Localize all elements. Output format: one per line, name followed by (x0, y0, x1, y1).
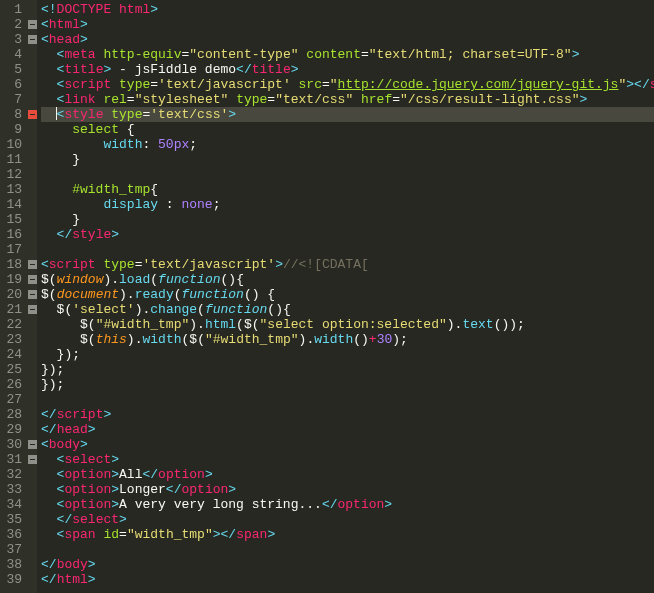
code-line[interactable]: <select> (41, 452, 654, 467)
line-number: 4 (4, 47, 22, 62)
code-line[interactable] (41, 167, 654, 182)
line-number: 17 (4, 242, 22, 257)
code-line[interactable]: </head> (41, 422, 654, 437)
code-line[interactable]: <script type='text/javascript' src="http… (41, 77, 654, 92)
line-number: 23 (4, 332, 22, 347)
line-number: 20 (4, 287, 22, 302)
line-number: 24 (4, 347, 22, 362)
code-line[interactable]: <option>A very very long string...</opti… (41, 497, 654, 512)
line-number: 33 (4, 482, 22, 497)
line-number: 1 (4, 2, 22, 17)
line-number-gutter: 1 2 3 4 5 6 7 8 9 10 11 12 13 14 15 16 1… (0, 0, 28, 593)
code-line[interactable]: $("#width_tmp").html($("select option:se… (41, 317, 654, 332)
code-line[interactable]: <body> (41, 437, 654, 452)
code-line[interactable]: display : none; (41, 197, 654, 212)
code-line[interactable]: select { (41, 122, 654, 137)
line-number: 27 (4, 392, 22, 407)
line-number: 35 (4, 512, 22, 527)
code-line[interactable]: <option>Longer</option> (41, 482, 654, 497)
line-number: 29 (4, 422, 22, 437)
code-line[interactable]: <span id="width_tmp"></span> (41, 527, 654, 542)
line-number: 7 (4, 92, 22, 107)
code-line[interactable] (41, 542, 654, 557)
line-number: 38 (4, 557, 22, 572)
line-number: 9 (4, 122, 22, 137)
line-number: 10 (4, 137, 22, 152)
fold-icon[interactable] (28, 275, 37, 284)
line-number: 14 (4, 197, 22, 212)
code-line[interactable]: }); (41, 362, 654, 377)
line-number: 22 (4, 317, 22, 332)
line-number: 19 (4, 272, 22, 287)
code-line[interactable] (41, 242, 654, 257)
code-line[interactable]: <script type='text/javascript'>//<![CDAT… (41, 257, 654, 272)
code-line[interactable]: $(window).load(function(){ (41, 272, 654, 287)
line-number: 18 (4, 257, 22, 272)
code-line[interactable]: } (41, 152, 654, 167)
code-line[interactable]: width: 50px; (41, 137, 654, 152)
code-line[interactable]: </script> (41, 407, 654, 422)
line-number: 37 (4, 542, 22, 557)
line-number: 11 (4, 152, 22, 167)
code-line[interactable]: </html> (41, 572, 654, 587)
line-number: 28 (4, 407, 22, 422)
code-line[interactable]: $(this).width($("#width_tmp").width()+30… (41, 332, 654, 347)
fold-icon[interactable] (28, 440, 37, 449)
fold-icon[interactable] (28, 260, 37, 269)
line-number: 25 (4, 362, 22, 377)
code-line[interactable]: $('select').change(function(){ (41, 302, 654, 317)
line-number: 3 (4, 32, 22, 47)
line-number: 8 (4, 107, 22, 122)
code-line[interactable]: </body> (41, 557, 654, 572)
fold-icon[interactable] (28, 35, 37, 44)
line-number: 15 (4, 212, 22, 227)
code-line[interactable]: <link rel="stylesheet" type="text/css" h… (41, 92, 654, 107)
code-line[interactable]: <html> (41, 17, 654, 32)
line-number: 16 (4, 227, 22, 242)
code-line[interactable]: } (41, 212, 654, 227)
code-line[interactable] (41, 392, 654, 407)
code-line[interactable]: $(document).ready(function() { (41, 287, 654, 302)
code-line[interactable]: <meta http-equiv="content-type" content=… (41, 47, 654, 62)
line-number: 39 (4, 572, 22, 587)
line-number: 13 (4, 182, 22, 197)
fold-icon[interactable] (28, 455, 37, 464)
line-number: 34 (4, 497, 22, 512)
line-number: 21 (4, 302, 22, 317)
fold-icon[interactable] (28, 110, 37, 119)
code-line[interactable]: <option>All</option> (41, 467, 654, 482)
code-line[interactable]: </style> (41, 227, 654, 242)
fold-gutter (28, 0, 37, 593)
fold-icon[interactable] (28, 20, 37, 29)
code-line[interactable]: <title> - jsFiddle demo</title> (41, 62, 654, 77)
line-number: 32 (4, 467, 22, 482)
code-line-active[interactable]: <style type='text/css'> (41, 107, 654, 122)
code-line[interactable]: }); (41, 347, 654, 362)
line-number: 26 (4, 377, 22, 392)
code-line[interactable]: </select> (41, 512, 654, 527)
line-number: 12 (4, 167, 22, 182)
fold-icon[interactable] (28, 290, 37, 299)
line-number: 30 (4, 437, 22, 452)
line-number: 2 (4, 17, 22, 32)
code-editor[interactable]: 1 2 3 4 5 6 7 8 9 10 11 12 13 14 15 16 1… (0, 0, 654, 593)
line-number: 31 (4, 452, 22, 467)
line-number: 5 (4, 62, 22, 77)
code-line[interactable]: <!DOCTYPE html> (41, 2, 654, 17)
code-line[interactable]: <head> (41, 32, 654, 47)
code-area[interactable]: <!DOCTYPE html> <html> <head> <meta http… (37, 0, 654, 593)
code-line[interactable]: #width_tmp{ (41, 182, 654, 197)
line-number: 36 (4, 527, 22, 542)
line-number: 6 (4, 77, 22, 92)
code-line[interactable]: }); (41, 377, 654, 392)
fold-icon[interactable] (28, 305, 37, 314)
